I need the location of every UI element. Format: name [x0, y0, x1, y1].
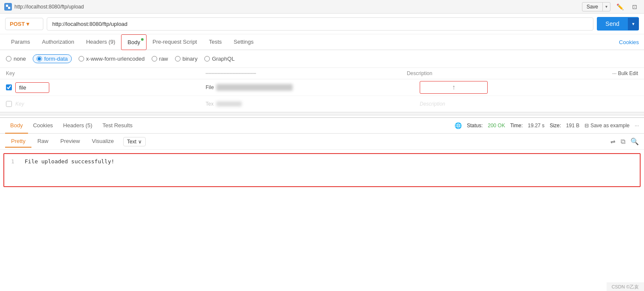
form-data-table: Key ━━━━━━━━━━━━━━━━━ Description ··· Bu… — [0, 68, 644, 112]
title-bar: http://localhost:8080/ftp/upload Save ▾ … — [0, 0, 644, 14]
key-cell: file — [6, 82, 201, 93]
format-label: Text — [127, 139, 136, 145]
value-cell-empty: Tex — [201, 101, 420, 107]
format-caret: ∨ — [138, 139, 142, 145]
save-button[interactable]: Save — [582, 3, 603, 11]
form-data-header-row: Key ━━━━━━━━━━━━━━━━━ Description ··· Bu… — [0, 68, 644, 79]
save-as-example-label: Save as example — [590, 123, 630, 129]
save-as-example-button[interactable]: ⊟ Save as example — [585, 123, 630, 129]
method-label: POST — [10, 21, 25, 27]
footer: CSDN ©乙亥 — [607, 283, 644, 291]
line-content: File uploaded successfully! — [25, 158, 114, 165]
tab-body[interactable]: Body — [121, 34, 147, 50]
resp-body-tab-pretty[interactable]: Pretty — [5, 135, 31, 148]
tab-pre-request[interactable]: Pre-request Script — [147, 34, 203, 50]
body-options-bar: none form-data x-www-form-urlencoded raw… — [0, 50, 644, 68]
option-graphql[interactable]: GraphQL — [204, 56, 234, 62]
save-file-icon: ⊟ — [585, 123, 589, 129]
svg-rect-0 — [6, 5, 8, 7]
send-button-group: Send ▾ — [597, 17, 639, 31]
save-caret-button[interactable]: ▾ — [603, 3, 610, 10]
method-dropdown[interactable]: POST ▾ — [5, 18, 43, 30]
table-row-empty: Key Tex Description — [0, 96, 644, 112]
upload-icon: ↑ — [452, 84, 455, 91]
section-divider — [0, 112, 644, 115]
request-tabs-bar: Params Authorization Headers (9) Body Pr… — [0, 34, 644, 50]
key-value: file — [19, 84, 26, 91]
resp-tab-test-results[interactable]: Test Results — [97, 118, 138, 134]
method-caret: ▾ — [26, 21, 29, 27]
url-bar: POST ▾ Send ▾ — [0, 14, 644, 34]
resp-tab-body[interactable]: Body — [5, 118, 28, 134]
table-row: file File ↑ — [0, 79, 644, 96]
resp-body-tab-visualize[interactable]: Visualize — [86, 135, 120, 148]
tex-label: Tex — [206, 101, 214, 107]
tab-tests[interactable]: Tests — [203, 34, 228, 50]
col-value-header: ━━━━━━━━━━━━━━━━━ — [201, 71, 407, 76]
svg-rect-1 — [8, 7, 10, 9]
copy-button[interactable]: ⧉ — [621, 138, 625, 146]
key-cell-empty: Key — [6, 101, 201, 107]
response-tabs-bar: Body Cookies Headers (5) Test Results 🌐 … — [0, 118, 644, 134]
option-urlencoded[interactable]: x-www-form-urlencoded — [79, 56, 145, 62]
send-caret-button[interactable]: ▾ — [628, 18, 639, 30]
cookies-link-area: Cookies — [619, 39, 639, 45]
col-key-header: Key — [6, 70, 201, 76]
line-number: 1 — [11, 158, 18, 165]
row-checkbox[interactable] — [6, 84, 12, 90]
size-label: Size: — [550, 123, 561, 129]
window-icon-button[interactable]: ⊡ — [630, 3, 640, 11]
option-binary[interactable]: binary — [175, 56, 198, 62]
option-form-data[interactable]: form-data — [33, 54, 72, 63]
resp-tab-headers[interactable]: Headers (5) — [58, 118, 98, 134]
tex-value-blurred — [216, 101, 242, 106]
url-input[interactable] — [47, 17, 593, 31]
resp-body-tab-preview[interactable]: Preview — [54, 135, 86, 148]
response-more-button[interactable]: ··· — [635, 123, 639, 129]
edit-icon-button[interactable]: ✏️ — [614, 3, 626, 11]
footer-text: CSDN ©乙亥 — [612, 284, 639, 289]
option-raw[interactable]: raw — [152, 56, 168, 62]
tab-settings[interactable]: Settings — [228, 34, 260, 50]
app-icon — [4, 3, 12, 11]
desc-placeholder: Description — [420, 101, 445, 107]
cookies-link[interactable]: Cookies — [619, 39, 639, 45]
response-content-area: 1 File uploaded successfully! — [3, 153, 641, 187]
response-section: Body Cookies Headers (5) Test Results 🌐 … — [0, 117, 644, 187]
wrap-icon[interactable]: ⇌ — [610, 138, 616, 145]
time-value: 19.27 s — [528, 123, 545, 129]
status-label: Status: — [467, 123, 483, 129]
bulk-edit-button[interactable]: ··· Bulk Edit — [612, 70, 638, 76]
bulk-edit-label: Bulk Edit — [618, 70, 638, 76]
description-input-box[interactable]: ↑ — [420, 81, 488, 94]
title-bar-right: Save ▾ ✏️ ⊡ — [582, 2, 640, 11]
desc-cell: ↑ — [420, 81, 638, 94]
file-value-blurred — [216, 84, 293, 91]
response-toolbar-icons: ⇌ ⧉ 🔍 — [610, 137, 639, 146]
time-label: Time: — [510, 123, 523, 129]
value-cell: File — [201, 84, 420, 91]
key-placeholder: Key — [15, 101, 24, 107]
col-desc-header: Description — [407, 70, 613, 76]
format-select[interactable]: Text ∨ — [123, 137, 146, 146]
file-label: File — [206, 84, 214, 90]
key-input-box[interactable]: file — [15, 82, 49, 93]
title-bar-left: http://localhost:8080/ftp/upload — [4, 3, 84, 11]
tab-authorization[interactable]: Authorization — [36, 34, 80, 50]
title-url: http://localhost:8080/ftp/upload — [14, 4, 84, 10]
row-checkbox-empty[interactable] — [6, 101, 12, 107]
search-button[interactable]: 🔍 — [630, 137, 639, 146]
save-button-group[interactable]: Save ▾ — [582, 2, 610, 11]
tab-params[interactable]: Params — [5, 34, 36, 50]
size-value: 191 B — [566, 123, 579, 129]
resp-tab-cookies[interactable]: Cookies — [28, 118, 58, 134]
resp-body-tab-raw[interactable]: Raw — [31, 135, 54, 148]
response-line: 1 File uploaded successfully! — [11, 158, 633, 165]
globe-icon: 🌐 — [455, 122, 462, 129]
response-body-toolbar: Pretty Raw Preview Visualize Text ∨ ⇌ ⧉ … — [0, 134, 644, 150]
send-button[interactable]: Send — [597, 17, 628, 31]
option-none[interactable]: none — [6, 56, 26, 62]
status-value: 200 OK — [488, 123, 505, 129]
tab-headers[interactable]: Headers (9) — [80, 34, 121, 50]
bulk-edit-dots: ··· — [612, 70, 616, 76]
